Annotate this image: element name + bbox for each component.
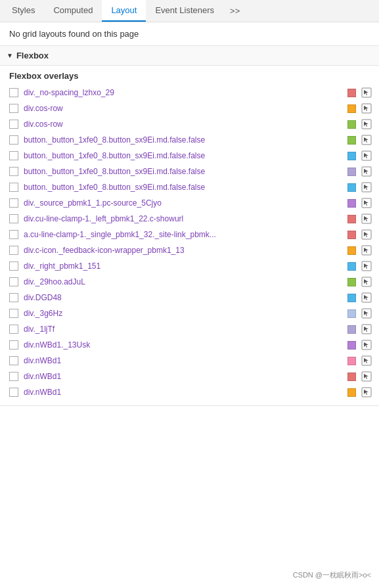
flexbox-item-checkbox[interactable] <box>9 183 18 192</box>
inspect-element-icon[interactable] <box>361 371 372 382</box>
flexbox-item-label[interactable]: div._29hoo.adJuL <box>24 277 344 286</box>
flexbox-item-checkbox[interactable] <box>9 230 18 239</box>
flexbox-item-label[interactable]: div.nWBd1 <box>24 356 344 365</box>
flexbox-item-label[interactable]: div.cos-row <box>24 120 344 129</box>
inspect-element-icon[interactable] <box>361 87 372 99</box>
inspect-element-icon[interactable] <box>361 150 372 162</box>
flexbox-item-label[interactable]: div._3g6Hz <box>24 309 344 318</box>
flexbox-item-checkbox[interactable] <box>9 120 18 129</box>
color-swatch <box>347 104 356 113</box>
list-item: div.DGD48 <box>0 290 379 305</box>
inspect-element-icon[interactable] <box>361 213 372 225</box>
list-item: div.nWBd1._13Usk <box>0 337 379 353</box>
flexbox-item-label[interactable]: button._button_1xfe0_8.button_sx9Ei.md.f… <box>24 183 344 192</box>
flexbox-section: ▼ Flexbox Flexbox overlays div._no-spaci… <box>0 46 379 406</box>
flexbox-item-checkbox[interactable] <box>9 214 18 223</box>
flexbox-item-checkbox[interactable] <box>9 246 18 255</box>
tab-layout[interactable]: Layout <box>102 0 146 22</box>
list-item: div.c-icon._feedback-icon-wrapper_pbmk1_… <box>0 242 379 258</box>
color-swatch <box>347 231 356 239</box>
color-swatch <box>347 199 356 208</box>
flexbox-item-label[interactable]: div._1ljTf <box>24 325 344 334</box>
inspect-element-icon[interactable] <box>361 276 372 288</box>
inspect-element-icon[interactable] <box>361 260 372 272</box>
inspect-element-icon[interactable] <box>361 339 372 351</box>
tab-event-listeners[interactable]: Event Listeners <box>146 0 223 22</box>
inspect-element-icon[interactable] <box>361 244 372 256</box>
list-item: div.nWBd1 <box>0 353 379 369</box>
color-swatch <box>347 294 356 302</box>
inspect-element-icon[interactable] <box>361 181 372 193</box>
flexbox-item-label[interactable]: button._button_1xfe0_8.button_sx9Ei.md.f… <box>24 151 344 160</box>
list-item: div._3g6Hz <box>0 305 379 321</box>
flexbox-item-label[interactable]: div.nWBd1 <box>24 372 344 381</box>
flexbox-item-checkbox[interactable] <box>9 293 18 302</box>
flexbox-item-checkbox[interactable] <box>9 309 18 318</box>
color-swatch <box>347 120 356 129</box>
color-swatch <box>347 168 356 176</box>
color-swatch <box>347 136 356 145</box>
list-item: div.cos-row <box>0 101 379 116</box>
list-item: div.nWBd1 <box>0 384 379 400</box>
flexbox-item-label[interactable]: div.nWBd1 <box>24 388 344 397</box>
inspect-element-icon[interactable] <box>361 386 372 398</box>
tab-computed[interactable]: Computed <box>44 0 102 22</box>
flexbox-item-checkbox[interactable] <box>9 277 18 286</box>
flexbox-item-checkbox[interactable] <box>9 151 18 160</box>
flexbox-item-label[interactable]: div._source_pbmk1_1.pc-source_5Cjyo <box>24 198 344 208</box>
flexbox-section-header[interactable]: ▼ Flexbox <box>0 46 379 66</box>
list-item: button._button_1xfe0_8.button_sx9Ei.md.f… <box>0 179 379 195</box>
color-swatch <box>347 309 356 318</box>
flexbox-item-label[interactable]: div.c-icon._feedback-icon-wrapper_pbmk1_… <box>24 246 344 255</box>
list-item: div._right_pbmk1_151 <box>0 258 379 274</box>
color-swatch <box>347 215 356 223</box>
flexbox-item-checkbox[interactable] <box>9 356 18 365</box>
flexbox-item-label[interactable]: div.cu-line-clamp-1._left_pbmk1_22.c-sho… <box>24 214 344 223</box>
flexbox-item-checkbox[interactable] <box>9 88 18 97</box>
list-item: button._button_1xfe0_8.button_sx9Ei.md.f… <box>0 148 379 164</box>
flexbox-item-checkbox[interactable] <box>9 325 18 334</box>
flexbox-item-label[interactable]: button._button_1xfe0_8.button_sx9Ei.md.f… <box>24 135 344 145</box>
flex-list: div._no-spacing_lzhxo_29 div.cos-row div… <box>0 85 379 405</box>
color-swatch <box>347 278 356 286</box>
flexbox-item-checkbox[interactable] <box>9 372 18 381</box>
list-item: div.cu-line-clamp-1._left_pbmk1_22.c-sho… <box>0 211 379 227</box>
flexbox-item-label[interactable]: div.cos-row <box>24 104 344 113</box>
flexbox-item-label[interactable]: button._button_1xfe0_8.button_sx9Ei.md.f… <box>24 167 344 176</box>
inspect-element-icon[interactable] <box>361 166 372 177</box>
flexbox-item-label[interactable]: div.DGD48 <box>24 293 344 302</box>
list-item: div._29hoo.adJuL <box>0 274 379 290</box>
flexbox-item-label[interactable]: a.cu-line-clamp-1._single_pbmk1_32._site… <box>24 230 344 239</box>
flexbox-item-checkbox[interactable] <box>9 135 18 145</box>
list-item: a.cu-line-clamp-1._single_pbmk1_32._site… <box>0 227 379 242</box>
inspect-element-icon[interactable] <box>361 197 372 209</box>
color-swatch <box>347 262 356 271</box>
inspect-element-icon[interactable] <box>361 355 372 367</box>
inspect-element-icon[interactable] <box>361 118 372 130</box>
inspect-element-icon[interactable] <box>361 323 372 335</box>
list-item: div.nWBd1 <box>0 369 379 384</box>
list-item: button._button_1xfe0_8.button_sx9Ei.md.f… <box>0 164 379 179</box>
tab-more[interactable]: >> <box>223 1 246 21</box>
flexbox-item-checkbox[interactable] <box>9 198 18 208</box>
watermark: CSDN @一枕眠秋雨>o< <box>293 570 371 580</box>
flexbox-item-checkbox[interactable] <box>9 261 18 271</box>
flexbox-item-label[interactable]: div._no-spacing_lzhxo_29 <box>24 88 344 97</box>
inspect-element-icon[interactable] <box>361 134 372 146</box>
inspect-element-icon[interactable] <box>361 229 372 240</box>
inspect-element-icon[interactable] <box>361 307 372 319</box>
list-item: div.cos-row <box>0 116 379 132</box>
color-swatch <box>347 89 356 97</box>
list-item: button._button_1xfe0_8.button_sx9Ei.md.f… <box>0 132 379 148</box>
inspect-element-icon[interactable] <box>361 292 372 304</box>
color-swatch <box>347 341 356 350</box>
list-item: div._no-spacing_lzhxo_29 <box>0 85 379 101</box>
flexbox-item-label[interactable]: div._right_pbmk1_151 <box>24 261 344 271</box>
tab-styles[interactable]: Styles <box>3 0 44 22</box>
flexbox-item-checkbox[interactable] <box>9 104 18 113</box>
flexbox-item-checkbox[interactable] <box>9 388 18 397</box>
inspect-element-icon[interactable] <box>361 102 372 114</box>
flexbox-item-label[interactable]: div.nWBd1._13Usk <box>24 340 344 350</box>
flexbox-item-checkbox[interactable] <box>9 340 18 350</box>
flexbox-item-checkbox[interactable] <box>9 167 18 176</box>
